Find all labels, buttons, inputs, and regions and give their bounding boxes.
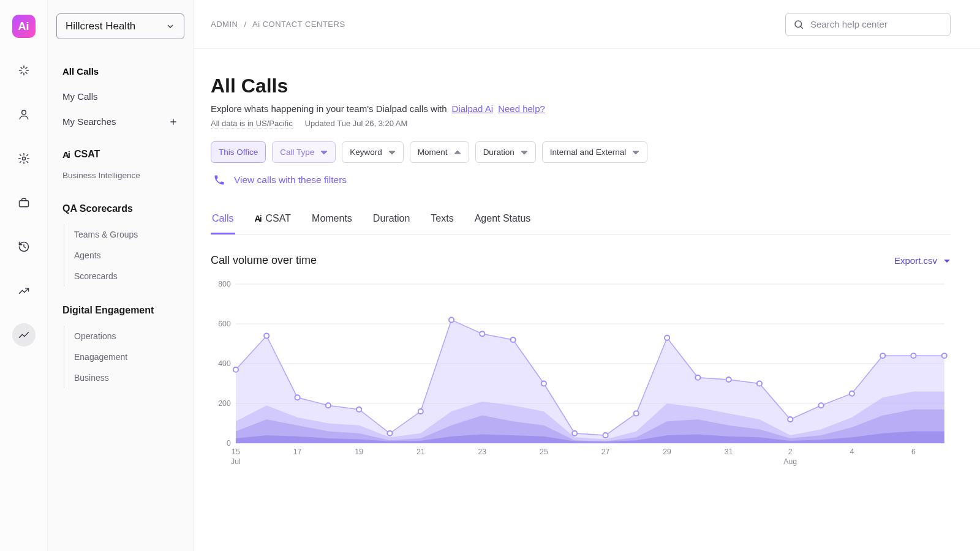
user-icon[interactable] [12,103,36,126]
sidebar-item-engagement[interactable]: Enagagement [64,347,193,367]
link-dialpad-ai[interactable]: Dialpad Ai [452,103,494,114]
org-name: Hillcrest Health [66,20,135,32]
svg-text:2: 2 [788,448,793,456]
view-calls-label: View calls with these filters [234,174,347,186]
breadcrumb: ADMIN / Ai CONTACT CENTERS [211,20,345,29]
svg-point-23 [511,337,516,342]
svg-point-16 [295,395,300,400]
org-selector[interactable]: Hillcrest Health [56,13,184,39]
briefcase-icon[interactable] [12,191,36,214]
sparkle-icon[interactable] [12,59,36,82]
svg-text:0: 0 [227,439,231,448]
tab-duration[interactable]: Duration [372,206,411,234]
gear-icon[interactable] [12,147,36,170]
svg-text:27: 27 [601,448,610,456]
svg-point-21 [449,318,454,323]
plus-icon[interactable] [168,117,178,127]
caret-down-icon [521,149,528,156]
chip-label: Keyword [350,148,382,157]
filter-duration[interactable]: Duration [475,141,536,163]
trend-line-icon[interactable] [12,323,36,347]
filter-scope[interactable]: Internal and External [542,141,648,163]
filter-moment[interactable]: Moment [410,141,469,163]
sidebar-section-csat: Ai CSAT [48,134,193,166]
tab-agent-status[interactable]: Agent Status [473,206,532,234]
icon-rail: Ai [0,0,48,551]
content: All Calls Explore whats happening in you… [194,49,980,476]
svg-text:Jul: Jul [231,457,241,466]
page-meta: All data is in US/Pacific Updated Tue Ju… [211,119,951,129]
sidebar-item-all-calls[interactable]: All Calls [48,59,193,84]
ai-glyph-icon: Ai [255,214,261,223]
svg-point-17 [326,403,331,408]
breadcrumb-section[interactable]: Ai CONTACT CENTERS [252,20,345,29]
svg-text:400: 400 [218,359,231,368]
svg-point-1 [22,157,25,160]
svg-text:800: 800 [218,280,231,288]
svg-point-27 [634,411,639,416]
svg-point-14 [233,367,238,372]
export-button[interactable]: Export.csv [894,255,951,266]
sidebar-item-business[interactable]: Business [64,367,193,388]
sidebar-item-label: My Searches [62,116,116,127]
sidebar-section-qa: QA Scorecards [48,185,193,220]
export-label: Export.csv [894,255,937,266]
svg-point-0 [21,110,26,114]
search-input[interactable]: Search help center [785,13,951,36]
chip-label: Duration [483,148,514,157]
view-calls-link[interactable]: View calls with these filters [211,174,951,186]
updated-timestamp: Updated Tue Jul 26, 3:20 AM [305,119,408,129]
svg-point-15 [264,334,269,339]
svg-text:25: 25 [540,448,548,456]
main: ADMIN / Ai CONTACT CENTERS Search help c… [194,0,980,551]
breadcrumb-admin[interactable]: ADMIN [211,20,238,29]
svg-text:21: 21 [417,448,425,456]
svg-text:600: 600 [218,320,231,328]
trend-up-icon[interactable] [12,279,36,302]
svg-text:200: 200 [218,399,231,408]
sidebar-qa-group: Teams & Groups Agents Scorecards [64,224,193,287]
chip-label: Moment [418,148,448,157]
search-icon [793,19,804,30]
tab-calls[interactable]: Calls [211,206,235,234]
svg-text:6: 6 [911,448,916,456]
tab-moments[interactable]: Moments [311,206,353,234]
svg-point-37 [942,353,947,358]
sidebar-item-operations[interactable]: Operations [64,326,193,347]
sidebar-item-my-searches[interactable]: My Searches [48,109,193,134]
sidebar: Hillcrest Health All Calls My Calls My S… [48,0,194,551]
sidebar-item-scorecards[interactable]: Scorecards [64,266,193,287]
tab-label: CSAT [266,213,291,224]
svg-text:Aug: Aug [783,457,797,466]
svg-point-30 [726,377,731,382]
sidebar-item-teams[interactable]: Teams & Groups [64,224,193,245]
svg-text:17: 17 [293,448,302,456]
history-icon[interactable] [12,235,36,258]
link-need-help[interactable]: Need help? [498,103,545,114]
chevron-down-icon [165,21,175,31]
svg-point-18 [356,407,361,412]
chip-label: Call Type [280,148,314,157]
chart-title: Call volume over time [211,254,317,267]
tab-csat[interactable]: Ai CSAT [254,206,292,234]
svg-text:19: 19 [355,448,363,456]
svg-point-33 [818,403,823,408]
chart-header: Call volume over time Export.csv [211,254,951,267]
svg-point-36 [911,353,916,358]
filter-keyword[interactable]: Keyword [342,141,404,163]
svg-point-26 [603,433,608,438]
tab-texts[interactable]: Texts [429,206,454,234]
svg-text:31: 31 [725,448,733,456]
chip-label: This Office [219,148,258,157]
filter-office[interactable]: This Office [211,141,266,163]
filter-call-type[interactable]: Call Type [272,141,336,163]
sidebar-item-bi[interactable]: Business Intelligence [48,166,193,185]
caret-down-icon [320,149,328,156]
chart-svg: 020040060080015Jul17192123252729312Aug46 [211,278,951,474]
sidebar-item-agents[interactable]: Agents [64,245,193,266]
svg-text:15: 15 [232,448,240,456]
sidebar-item-my-calls[interactable]: My Calls [48,84,193,109]
caret-down-icon [943,257,951,264]
caret-down-icon [388,149,396,156]
sidebar-de-group: Operations Enagagement Business [64,326,193,388]
